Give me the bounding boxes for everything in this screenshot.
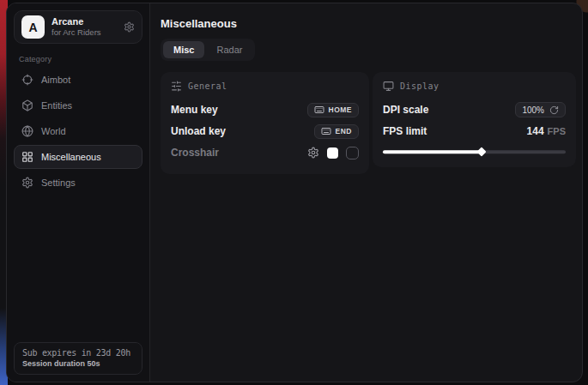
sidebar-item-miscellaneous[interactable]: Miscellaneous [14, 145, 142, 169]
app-window: A Arcane for Arc Riders Category Aimbot [6, 3, 583, 382]
monitor-icon [383, 81, 394, 92]
panels: General Menu key HOME Unload key [161, 72, 576, 174]
sidebar-item-settings[interactable]: Settings [14, 171, 142, 195]
globe-icon [21, 125, 33, 137]
main-content: Miscellaneous Misc Radar General Menu ke… [150, 3, 583, 382]
brand-settings-icon[interactable] [124, 21, 135, 33]
sidebar-item-aimbot[interactable]: Aimbot [14, 68, 142, 92]
dpi-scale-label: DPI scale [383, 104, 428, 116]
sidebar: A Arcane for Arc Riders Category Aimbot [7, 3, 150, 382]
fps-unit: FPS [548, 126, 566, 136]
unload-key-row: Unload key END [171, 121, 359, 141]
sidebar-nav: Aimbot Entities World [14, 68, 142, 195]
tab-radar[interactable]: Radar [206, 41, 252, 58]
display-panel-title: Display [400, 81, 439, 91]
session-duration-text: Session duration 50s [22, 359, 134, 368]
gear-icon [21, 177, 33, 189]
brand-text: Arcane for Arc Riders [52, 16, 117, 39]
sidebar-item-entities[interactable]: Entities [14, 93, 142, 117]
sidebar-item-label: Aimbot [41, 75, 70, 85]
rotate-icon [549, 105, 559, 115]
sidebar-item-world[interactable]: World [14, 119, 142, 143]
menu-key-row: Menu key HOME [171, 99, 359, 120]
general-panel-header: General [171, 81, 359, 92]
fps-slider-thumb[interactable] [476, 147, 486, 156]
menu-key-label: Menu key [171, 104, 218, 116]
sidebar-item-label: World [41, 126, 66, 136]
unload-key-label: Unload key [171, 125, 226, 137]
dpi-scale-select[interactable]: 100% [515, 102, 566, 117]
subscription-card: Sub expires in 23d 20h Session duration … [14, 342, 142, 375]
cube-icon [21, 99, 33, 111]
menu-key-binding[interactable]: HOME [307, 103, 360, 117]
dpi-scale-value: 100% [522, 105, 544, 115]
sub-expiry-text: Sub expires in 23d 20h [22, 348, 134, 358]
keyboard-icon [321, 126, 331, 136]
display-panel: Display DPI scale 100% FPS limit [373, 72, 576, 167]
crosshair-settings-icon[interactable] [307, 147, 319, 159]
fps-value: 144 FPS [527, 125, 566, 137]
brand-subtitle: for Arc Riders [52, 27, 117, 38]
keyboard-icon [314, 105, 324, 115]
crosshair-controls [307, 147, 359, 159]
brand-title: Arcane [52, 16, 117, 28]
fps-number: 144 [527, 125, 544, 137]
general-panel: General Menu key HOME Unload key [161, 72, 369, 174]
fps-limit-row: FPS limit 144 FPS [383, 121, 566, 141]
unload-key-binding[interactable]: END [314, 124, 359, 139]
fps-limit-label: FPS limit [383, 125, 427, 137]
crosshair-checkbox[interactable] [346, 147, 359, 159]
display-panel-header: Display [383, 81, 566, 92]
crosshair-row: Crosshair [171, 142, 359, 163]
crosshair-color-swatch[interactable] [327, 147, 338, 159]
sidebar-item-label: Settings [41, 177, 76, 188]
page-title: Miscellaneous [161, 17, 576, 30]
sidebar-item-label: Miscellaneous [41, 152, 101, 162]
crosshair-icon [21, 74, 33, 86]
app-logo-letter: A [28, 21, 37, 34]
brand-card: A Arcane for Arc Riders [14, 10, 142, 44]
category-label: Category [19, 55, 137, 63]
tab-bar: Misc Radar [161, 39, 255, 61]
grid-icon [21, 151, 33, 163]
sliders-icon [171, 81, 182, 92]
fps-slider[interactable] [383, 147, 566, 157]
general-panel-title: General [188, 81, 227, 91]
dpi-scale-row: DPI scale 100% [383, 99, 566, 120]
crosshair-label: Crosshair [171, 147, 219, 159]
screen: A Arcane for Arc Riders Category Aimbot [0, 0, 588, 385]
sidebar-item-label: Entities [41, 100, 72, 111]
tab-misc[interactable]: Misc [163, 41, 204, 58]
menu-key-value: HOME [329, 105, 353, 114]
app-logo: A [21, 15, 45, 39]
unload-key-value: END [336, 127, 352, 135]
fps-slider-fill [383, 150, 482, 153]
